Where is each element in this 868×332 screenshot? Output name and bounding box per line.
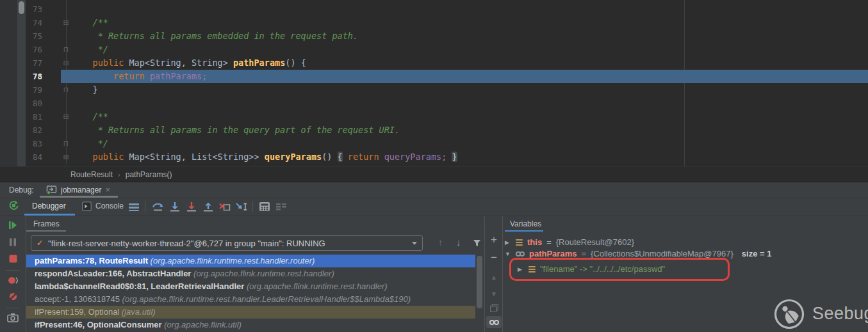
remove-watch-icon[interactable]: − (487, 252, 500, 264)
debug-session-tab-title: jobmanager (61, 186, 101, 194)
code-text: /** (72, 16, 108, 29)
rerun-debug-icon[interactable] (6, 200, 20, 211)
code-line-82[interactable]: 82 * Returns all params in the query par… (0, 123, 868, 137)
code-line-81[interactable]: 81⊟ /** (0, 110, 868, 123)
code-line-78[interactable]: 78 return pathParams; (0, 70, 868, 83)
step-out-icon[interactable] (201, 201, 215, 212)
divider (0, 198, 868, 198)
line-number: 79 (0, 83, 42, 97)
frame-package: (org.apache.flink.util) (162, 320, 242, 329)
layout-settings-icon[interactable] (274, 201, 288, 212)
thread-running-check-icon: ✓ (37, 239, 43, 248)
line-number: 82 (0, 123, 42, 137)
frame-row[interactable]: ifPresent:159, Optional (java.util) (26, 306, 475, 319)
code-text: */ (72, 43, 108, 56)
mute-breakpoints-icon[interactable] (7, 291, 19, 301)
threads-menu-icon[interactable] (127, 201, 141, 212)
dropdown-arrow-icon[interactable] (412, 242, 417, 245)
line-number: 78 (0, 70, 42, 83)
variable-row[interactable]: ▶"filename" -> "../../../../etc/passwd" (518, 264, 665, 275)
tree-expand-arrow-icon[interactable]: ▶ (518, 264, 524, 275)
collection-size: size = 1 (742, 248, 772, 260)
debug-label: Debug: (9, 186, 34, 194)
frame-package: (org.apache.flink.runtime.rest.handler) (191, 269, 334, 278)
code-line-83[interactable]: 83⊓ */ (0, 137, 868, 150)
line-number: 73 (0, 3, 42, 16)
next-frame-icon[interactable]: ↓ (456, 237, 461, 248)
stop-icon[interactable] (7, 253, 19, 264)
tree-expand-arrow-icon[interactable]: ▶ (505, 237, 511, 248)
tab-console[interactable]: Console (82, 198, 124, 214)
ide-window: 7374⊟ /**75 * Returns all params embedde… (0, 0, 868, 332)
fold-marker-icon[interactable]: ⊟ (61, 110, 71, 123)
thread-dump-icon[interactable] (7, 312, 19, 322)
duplicate-watch-icon[interactable] (487, 302, 500, 313)
thread-selector-dropdown[interactable]: ✓ "flink-rest-server-netty-worker-thread… (31, 235, 423, 251)
code-line-76[interactable]: 76⊓ */ (0, 43, 868, 56)
add-watch-icon[interactable]: + (487, 234, 500, 246)
breadcrumb-class[interactable]: RouteResult (70, 170, 113, 179)
fold-marker-icon[interactable]: ⊟ (61, 56, 71, 70)
toolbar-divider (252, 201, 253, 212)
rail-separator (6, 270, 20, 271)
step-into-icon[interactable] (168, 201, 182, 212)
value-icon (528, 266, 536, 273)
variable-row[interactable]: ▶this = {RouteResult@7602} (505, 237, 634, 248)
fold-marker-icon[interactable]: ⊓ (61, 43, 71, 56)
frame-row[interactable]: ifPresent:46, OptionalConsumer (org.apac… (26, 319, 475, 331)
line-number: 75 (0, 29, 42, 43)
code-line-75[interactable]: 75 * Returns all params embedded in the … (0, 29, 868, 43)
code-text: * Returns all params embedded in the req… (72, 29, 358, 43)
code-line-74[interactable]: 74⊟ /** (0, 16, 868, 29)
fold-marker-icon[interactable]: ⊓ (61, 83, 71, 97)
code-line-77[interactable]: 77⊟ public Map<String, String> pathParam… (0, 56, 868, 70)
code-text: public Map<String, String> pathParams() … (72, 56, 306, 70)
code-line-80[interactable]: 80 (0, 97, 868, 110)
frame-package: (org.apache.flink.runtime.rest.handler.L… (120, 294, 411, 304)
frame-row[interactable]: accept:-1, 1306318745 (org.apache.flink.… (26, 293, 475, 306)
run-to-cursor-icon[interactable] (234, 201, 249, 212)
move-watch-up-icon[interactable]: ▲ (487, 271, 500, 283)
close-icon[interactable]: × (105, 185, 110, 194)
line-number: 84 (0, 150, 42, 164)
code-line-84[interactable]: 84⊞ public Map<String, List<String>> que… (0, 150, 868, 164)
frame-location: lambda$channelRead0$0:81, LeaderRetrieva… (35, 281, 244, 291)
code-editor[interactable]: 7374⊟ /**75 * Returns all params embedde… (0, 0, 868, 166)
pause-icon[interactable] (7, 237, 19, 247)
resume-icon[interactable] (7, 220, 19, 230)
variable-name: this (527, 237, 542, 248)
fold-marker-icon[interactable]: ⊓ (61, 137, 71, 150)
force-step-into-icon[interactable] (184, 201, 199, 212)
seebug-watermark: Seebug (773, 297, 868, 330)
tree-expand-arrow-icon[interactable]: ▼ (505, 248, 511, 260)
frame-location: accept:-1, 1306318745 (35, 294, 120, 304)
fold-marker-icon[interactable]: ⊟ (61, 16, 71, 29)
variable-row[interactable]: ▼pathParams = {Collections$UnmodifiableM… (505, 248, 771, 260)
previous-frame-icon[interactable]: ↑ (438, 237, 443, 248)
frames-scrollbar[interactable] (477, 256, 482, 308)
show-watches-icon[interactable] (486, 316, 502, 328)
seebug-bug-logo-icon (773, 297, 806, 330)
tab-frames[interactable]: Frames (33, 219, 60, 228)
tab-debugger[interactable]: Debugger (32, 198, 66, 214)
code-line-79[interactable]: 79⊓ } (0, 83, 868, 97)
fold-marker-icon[interactable]: ⊞ (61, 150, 71, 164)
debug-configuration-icon (46, 185, 57, 194)
frame-row[interactable]: pathParams:78, RouteResult (org.apache.f… (26, 255, 475, 267)
code-line-73[interactable]: 73 (0, 3, 868, 16)
move-watch-down-icon[interactable]: ▼ (487, 288, 500, 299)
frame-row[interactable]: respondAsLeader:166, AbstractHandler (or… (26, 267, 475, 280)
divider (0, 216, 868, 216)
code-text: * Returns all params in the query part o… (72, 123, 400, 137)
tab-variables[interactable]: Variables (510, 219, 541, 228)
thread-selector-value: "flink-rest-server-netty-worker-thread-2… (48, 239, 407, 248)
frame-row[interactable]: lambda$channelRead0$0:81, LeaderRetrieva… (26, 280, 475, 293)
filter-frames-icon[interactable] (473, 238, 481, 249)
drop-frame-icon[interactable] (218, 201, 232, 212)
view-breakpoints-icon[interactable] (7, 275, 19, 285)
step-over-icon[interactable] (151, 201, 165, 212)
line-number: 83 (0, 137, 42, 150)
evaluate-expression-icon[interactable] (258, 201, 272, 212)
breadcrumb-method[interactable]: pathParams() (126, 170, 172, 179)
code-text: */ (72, 137, 108, 150)
